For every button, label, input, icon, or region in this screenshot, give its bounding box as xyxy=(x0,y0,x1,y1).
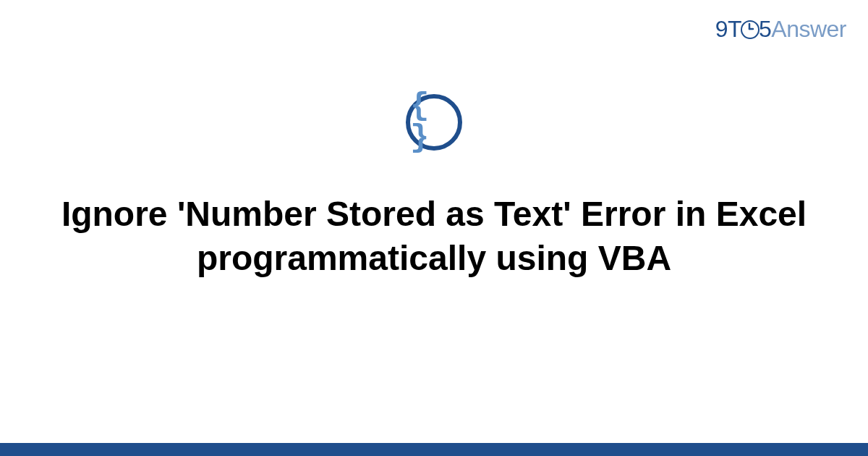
logo-text-answer: Answer xyxy=(771,16,846,42)
footer-bar xyxy=(0,443,868,456)
braces-glyph: { } xyxy=(410,90,458,153)
clock-icon xyxy=(741,20,760,39)
page-title: Ignore 'Number Stored as Text' Error in … xyxy=(43,192,825,281)
logo-text-9t: 9T xyxy=(715,16,741,42)
site-logo: 9T5Answer xyxy=(715,16,846,43)
code-braces-icon: { } xyxy=(406,94,462,151)
category-icon: { } xyxy=(406,94,462,151)
logo-text-5: 5 xyxy=(759,16,771,42)
